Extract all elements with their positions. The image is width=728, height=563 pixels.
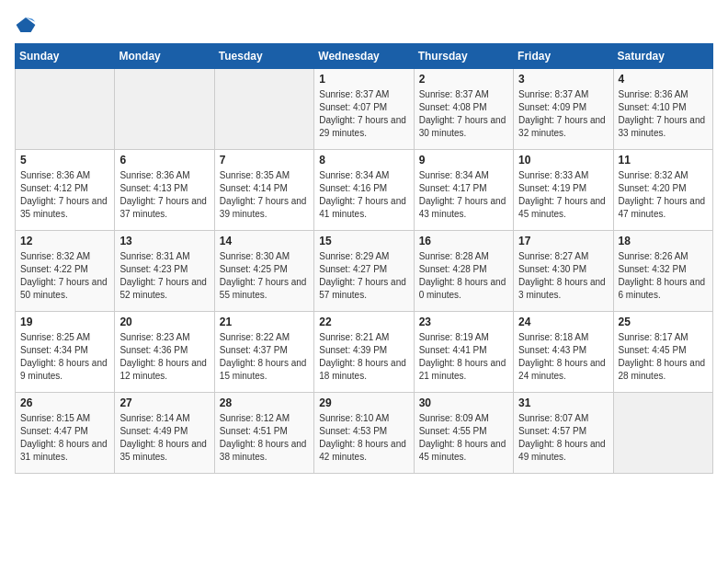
day-number: 12 xyxy=(20,235,109,247)
day-number: 24 xyxy=(518,316,608,328)
calendar-cell: 28Sunrise: 8:12 AMSunset: 4:51 PMDayligh… xyxy=(214,393,313,474)
calendar-cell: 29Sunrise: 8:10 AMSunset: 4:53 PMDayligh… xyxy=(314,393,414,474)
logo xyxy=(15,15,40,34)
day-info: Sunrise: 8:35 AMSunset: 4:14 PMDaylight:… xyxy=(220,169,309,221)
day-info: Sunrise: 8:36 AMSunset: 4:10 PMDaylight:… xyxy=(619,88,708,140)
day-info: Sunrise: 8:29 AMSunset: 4:27 PMDaylight:… xyxy=(319,250,408,302)
calendar-cell: 1Sunrise: 8:37 AMSunset: 4:07 PMDaylight… xyxy=(314,69,414,150)
calendar-cell: 10Sunrise: 8:33 AMSunset: 4:19 PMDayligh… xyxy=(514,150,613,231)
day-info: Sunrise: 8:36 AMSunset: 4:13 PMDaylight:… xyxy=(119,169,209,221)
calendar-cell: 23Sunrise: 8:19 AMSunset: 4:41 PMDayligh… xyxy=(414,312,513,393)
day-number: 31 xyxy=(518,396,608,409)
day-info: Sunrise: 8:32 AMSunset: 4:22 PMDaylight:… xyxy=(20,250,109,302)
calendar-cell: 11Sunrise: 8:32 AMSunset: 4:20 PMDayligh… xyxy=(613,150,712,231)
calendar-cell: 14Sunrise: 8:30 AMSunset: 4:25 PMDayligh… xyxy=(214,231,313,312)
calendar-cell: 19Sunrise: 8:25 AMSunset: 4:34 PMDayligh… xyxy=(16,312,115,393)
calendar-cell: 18Sunrise: 8:26 AMSunset: 4:32 PMDayligh… xyxy=(613,231,712,312)
calendar-cell: 16Sunrise: 8:28 AMSunset: 4:28 PMDayligh… xyxy=(414,231,513,312)
day-info: Sunrise: 8:09 AMSunset: 4:55 PMDaylight:… xyxy=(419,412,508,464)
day-info: Sunrise: 8:31 AMSunset: 4:23 PMDaylight:… xyxy=(119,250,209,302)
day-info: Sunrise: 8:07 AMSunset: 4:57 PMDaylight:… xyxy=(518,412,608,464)
calendar-cell: 6Sunrise: 8:36 AMSunset: 4:13 PMDaylight… xyxy=(115,150,214,231)
day-info: Sunrise: 8:26 AMSunset: 4:32 PMDaylight:… xyxy=(619,250,708,302)
calendar-cell: 30Sunrise: 8:09 AMSunset: 4:55 PMDayligh… xyxy=(414,393,513,474)
calendar-cell: 9Sunrise: 8:34 AMSunset: 4:17 PMDaylight… xyxy=(414,150,513,231)
calendar-cell: 2Sunrise: 8:37 AMSunset: 4:08 PMDaylight… xyxy=(414,69,513,150)
calendar-cell: 27Sunrise: 8:14 AMSunset: 4:49 PMDayligh… xyxy=(115,393,214,474)
day-info: Sunrise: 8:33 AMSunset: 4:19 PMDaylight:… xyxy=(518,169,608,221)
calendar-cell: 21Sunrise: 8:22 AMSunset: 4:37 PMDayligh… xyxy=(214,312,313,393)
day-info: Sunrise: 8:21 AMSunset: 4:39 PMDaylight:… xyxy=(319,331,408,383)
day-info: Sunrise: 8:23 AMSunset: 4:36 PMDaylight:… xyxy=(119,331,209,383)
day-info: Sunrise: 8:36 AMSunset: 4:12 PMDaylight:… xyxy=(20,169,109,221)
day-number: 18 xyxy=(619,235,708,247)
calendar-cell: 25Sunrise: 8:17 AMSunset: 4:45 PMDayligh… xyxy=(613,312,712,393)
calendar-cell: 22Sunrise: 8:21 AMSunset: 4:39 PMDayligh… xyxy=(314,312,414,393)
day-info: Sunrise: 8:37 AMSunset: 4:09 PMDaylight:… xyxy=(518,88,608,140)
day-number: 26 xyxy=(20,396,109,409)
day-number: 27 xyxy=(119,396,209,409)
day-info: Sunrise: 8:19 AMSunset: 4:41 PMDaylight:… xyxy=(419,331,508,383)
calendar-cell xyxy=(16,69,115,150)
col-header-saturday: Saturday xyxy=(613,44,712,69)
day-info: Sunrise: 8:18 AMSunset: 4:43 PMDaylight:… xyxy=(518,331,608,383)
calendar-cell: 15Sunrise: 8:29 AMSunset: 4:27 PMDayligh… xyxy=(314,231,414,312)
col-header-sunday: Sunday xyxy=(16,44,115,69)
calendar-cell xyxy=(613,393,712,474)
day-info: Sunrise: 8:27 AMSunset: 4:30 PMDaylight:… xyxy=(518,250,608,302)
day-info: Sunrise: 8:37 AMSunset: 4:08 PMDaylight:… xyxy=(419,88,508,140)
day-info: Sunrise: 8:37 AMSunset: 4:07 PMDaylight:… xyxy=(319,88,408,140)
day-number: 16 xyxy=(419,235,508,247)
day-info: Sunrise: 8:30 AMSunset: 4:25 PMDaylight:… xyxy=(220,250,309,302)
calendar-cell: 8Sunrise: 8:34 AMSunset: 4:16 PMDaylight… xyxy=(314,150,414,231)
day-number: 8 xyxy=(319,154,408,167)
day-info: Sunrise: 8:25 AMSunset: 4:34 PMDaylight:… xyxy=(20,331,109,383)
day-number: 6 xyxy=(119,154,209,167)
calendar-cell: 4Sunrise: 8:36 AMSunset: 4:10 PMDaylight… xyxy=(613,69,712,150)
day-info: Sunrise: 8:17 AMSunset: 4:45 PMDaylight:… xyxy=(619,331,708,383)
calendar-cell: 7Sunrise: 8:35 AMSunset: 4:14 PMDaylight… xyxy=(214,150,313,231)
col-header-tuesday: Tuesday xyxy=(214,44,313,69)
calendar-cell xyxy=(115,69,214,150)
calendar-cell: 20Sunrise: 8:23 AMSunset: 4:36 PMDayligh… xyxy=(115,312,214,393)
page-header xyxy=(15,15,713,34)
day-number: 7 xyxy=(220,154,309,167)
day-number: 3 xyxy=(518,73,608,86)
day-info: Sunrise: 8:15 AMSunset: 4:47 PMDaylight:… xyxy=(20,412,109,464)
day-number: 13 xyxy=(119,235,209,247)
day-number: 30 xyxy=(419,396,508,409)
calendar-cell: 24Sunrise: 8:18 AMSunset: 4:43 PMDayligh… xyxy=(514,312,613,393)
day-number: 19 xyxy=(20,316,109,328)
day-info: Sunrise: 8:34 AMSunset: 4:17 PMDaylight:… xyxy=(419,169,508,221)
day-number: 28 xyxy=(220,396,309,409)
day-number: 29 xyxy=(319,396,408,409)
calendar-cell: 31Sunrise: 8:07 AMSunset: 4:57 PMDayligh… xyxy=(514,393,613,474)
day-number: 11 xyxy=(619,154,708,167)
calendar-cell: 17Sunrise: 8:27 AMSunset: 4:30 PMDayligh… xyxy=(514,231,613,312)
col-header-friday: Friday xyxy=(514,44,613,69)
day-number: 9 xyxy=(419,154,508,167)
day-number: 15 xyxy=(319,235,408,247)
day-number: 25 xyxy=(619,316,708,328)
day-info: Sunrise: 8:32 AMSunset: 4:20 PMDaylight:… xyxy=(619,169,708,221)
day-number: 17 xyxy=(518,235,608,247)
day-number: 10 xyxy=(518,154,608,167)
col-header-thursday: Thursday xyxy=(414,44,513,69)
day-number: 1 xyxy=(319,73,408,86)
day-info: Sunrise: 8:34 AMSunset: 4:16 PMDaylight:… xyxy=(319,169,408,221)
day-number: 22 xyxy=(319,316,408,328)
day-info: Sunrise: 8:12 AMSunset: 4:51 PMDaylight:… xyxy=(220,412,309,464)
day-number: 20 xyxy=(119,316,209,328)
logo-icon xyxy=(15,16,37,34)
day-info: Sunrise: 8:28 AMSunset: 4:28 PMDaylight:… xyxy=(419,250,508,302)
day-number: 14 xyxy=(220,235,309,247)
day-info: Sunrise: 8:14 AMSunset: 4:49 PMDaylight:… xyxy=(119,412,209,464)
calendar-cell: 26Sunrise: 8:15 AMSunset: 4:47 PMDayligh… xyxy=(16,393,115,474)
col-header-monday: Monday xyxy=(115,44,214,69)
calendar-cell: 12Sunrise: 8:32 AMSunset: 4:22 PMDayligh… xyxy=(16,231,115,312)
day-number: 21 xyxy=(220,316,309,328)
calendar-table: SundayMondayTuesdayWednesdayThursdayFrid… xyxy=(15,43,713,474)
day-number: 4 xyxy=(619,73,708,86)
col-header-wednesday: Wednesday xyxy=(314,44,414,69)
calendar-cell xyxy=(214,69,313,150)
